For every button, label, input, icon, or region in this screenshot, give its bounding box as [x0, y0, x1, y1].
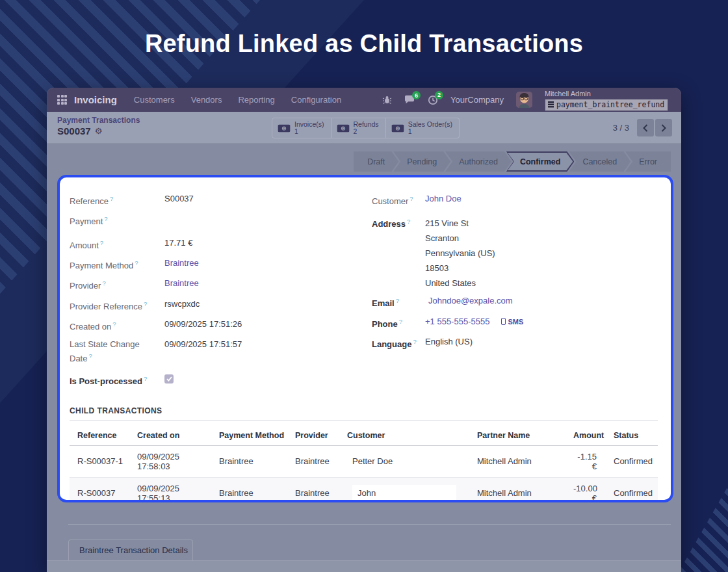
tab-braintree-transaction-details[interactable]: Braintree Transaction Details [68, 540, 193, 560]
status-step-canceled[interactable]: Canceled [569, 151, 630, 172]
is-post-processed-checkbox[interactable] [164, 374, 174, 384]
col-reference[interactable]: Reference [70, 426, 129, 446]
field-customer: Customer? John Doe [372, 193, 658, 207]
reference-value[interactable]: S00037 [164, 193, 194, 205]
stripes-bottom-right [679, 486, 728, 572]
app-name[interactable]: Invoicing [74, 94, 117, 105]
apps-grid-icon[interactable] [57, 95, 67, 105]
field-payment: Payment? [70, 213, 370, 228]
payment-method-link[interactable]: Braintree [164, 257, 199, 269]
field-last-state-change: Last State Change Date? 09/09/2025 17:51… [70, 339, 370, 365]
provider-reference-value[interactable]: rswcpxdc [164, 298, 200, 310]
created-on-value[interactable]: 09/09/2025 17:51:26 [164, 318, 242, 330]
field-address: Address? 215 Vine St Scranton Pennsylvan… [372, 216, 658, 291]
breadcrumb[interactable]: Payment Transactions [57, 116, 140, 125]
help-marker: ? [396, 297, 399, 304]
activities-clock-icon[interactable]: 2 [428, 95, 438, 105]
customer-link[interactable]: John Doe [425, 193, 462, 205]
table-row[interactable]: R-S00037-1 09/09/2025 17:58:03 Braintree… [70, 445, 658, 477]
last-state-change-value[interactable]: 09/09/2025 17:51:57 [164, 339, 242, 350]
banknote-icon: 0 [337, 124, 350, 133]
pager-previous-button[interactable] [637, 119, 654, 136]
svg-text:0: 0 [283, 125, 285, 130]
col-amount[interactable]: Amount [566, 426, 606, 446]
main-menu: Customers Vendors Reporting Configuratio… [134, 95, 341, 105]
app-window: Invoicing Customers Vendors Reporting Co… [47, 88, 681, 572]
help-marker: ? [407, 218, 410, 225]
svg-text:0: 0 [396, 125, 399, 130]
field-phone: Phone? +1 555-555-5555 SMS [372, 316, 658, 330]
field-created-on: Created on? 09/09/2025 17:51:26 [70, 318, 370, 333]
page-title: Refund Linked as Child Transactions [0, 30, 728, 58]
banknote-icon: 0 [391, 124, 404, 133]
email-value[interactable]: Johndoe@expale.com [425, 295, 513, 307]
check-icon [166, 376, 172, 382]
help-marker: ? [413, 338, 416, 345]
help-marker: ? [144, 375, 147, 382]
field-language: Language? English (US) [372, 336, 658, 350]
stat-button-invoices[interactable]: 0 Invoice(s)1 [272, 118, 332, 138]
menu-configuration[interactable]: Configuration [291, 95, 341, 105]
banknote-icon: 0 [278, 124, 291, 133]
status-step-draft[interactable]: Draft [354, 151, 398, 172]
phone-value[interactable]: +1 555-555-5555 [425, 316, 489, 328]
child-transactions-title: CHILD TRANSACTIONS [70, 406, 658, 421]
gear-icon[interactable]: ⚙ [95, 126, 103, 136]
col-customer[interactable]: Customer [339, 426, 469, 446]
user-menu[interactable]: Mitchell Admin payment_braintree_refund [545, 88, 672, 112]
activities-count-badge: 2 [435, 91, 443, 99]
table-header-row: Reference Created on Payment Method Prov… [70, 426, 658, 446]
table-row[interactable]: R-S00037 09/09/2025 17:55:13 Braintree B… [70, 477, 658, 502]
highlighted-sheet: Reference? S00037 Payment? Amount? 17.71… [57, 175, 673, 502]
col-created-on[interactable]: Created on [129, 426, 211, 446]
menu-customers[interactable]: Customers [134, 95, 175, 105]
child-transactions-table: Reference Created on Payment Method Prov… [70, 426, 658, 502]
user-name: Mitchell Admin [545, 90, 591, 98]
menu-reporting[interactable]: Reporting [238, 95, 274, 105]
svg-text:0: 0 [342, 125, 344, 130]
col-status[interactable]: Status [606, 426, 658, 446]
user-avatar[interactable] [516, 92, 532, 108]
help-marker: ? [112, 320, 116, 328]
help-marker: ? [104, 215, 107, 222]
field-reference: Reference? S00037 [70, 193, 370, 207]
phone-icon [501, 318, 506, 325]
sheet-divider [68, 524, 671, 525]
status-step-pending[interactable]: Pending [393, 151, 450, 172]
col-partner-name[interactable]: Partner Name [469, 426, 566, 446]
pager-counter: 3 / 3 [613, 123, 629, 133]
pager: 3 / 3 [613, 119, 672, 136]
address-value[interactable]: 215 Vine St Scranton Pennsylvania (US) 1… [425, 216, 495, 291]
control-panel: Payment Transactions S00037 ⚙ 0 Invoice(… [47, 112, 681, 144]
help-marker: ? [88, 352, 92, 359]
pager-next-button[interactable] [655, 119, 672, 136]
messages-icon[interactable]: 6 [404, 95, 415, 105]
customer-cell-input[interactable]: John [352, 485, 456, 501]
stat-button-refunds[interactable]: 0 Refunds2 [332, 118, 386, 138]
record-title: S00037 ⚙ [57, 125, 102, 136]
field-email: Email? Johndoe@expale.com [372, 295, 658, 309]
status-step-confirmed-active[interactable]: Confirmed [506, 151, 575, 172]
messages-count-badge: 6 [412, 91, 421, 99]
help-marker: ? [410, 195, 413, 202]
help-marker: ? [100, 239, 103, 246]
menu-vendors[interactable]: Vendors [191, 95, 222, 105]
chevron-right-icon [661, 124, 666, 132]
col-payment-method[interactable]: Payment Method [211, 426, 287, 446]
provider-link[interactable]: Braintree [164, 278, 199, 289]
amount-value[interactable]: 17.71 € [164, 237, 192, 249]
database-badge: payment_braintree_refund [545, 99, 668, 111]
company-switcher[interactable]: YourCompany [450, 95, 504, 105]
status-step-error[interactable]: Error [625, 151, 671, 172]
language-value[interactable]: English (US) [425, 336, 473, 348]
status-step-authorized[interactable]: Authorized [445, 151, 512, 172]
debug-bug-icon[interactable] [382, 95, 392, 105]
col-provider[interactable]: Provider [287, 426, 339, 446]
database-icon [548, 101, 554, 108]
stat-button-sales-orders[interactable]: 0 Sales Order(s)1 [386, 118, 460, 138]
form-view: Draft Pending Authorized Confirmed Cance… [47, 144, 681, 572]
sms-button[interactable]: SMS [501, 318, 523, 326]
help-marker: ? [144, 300, 147, 307]
chevron-left-icon [643, 124, 648, 132]
help-marker: ? [110, 195, 113, 202]
